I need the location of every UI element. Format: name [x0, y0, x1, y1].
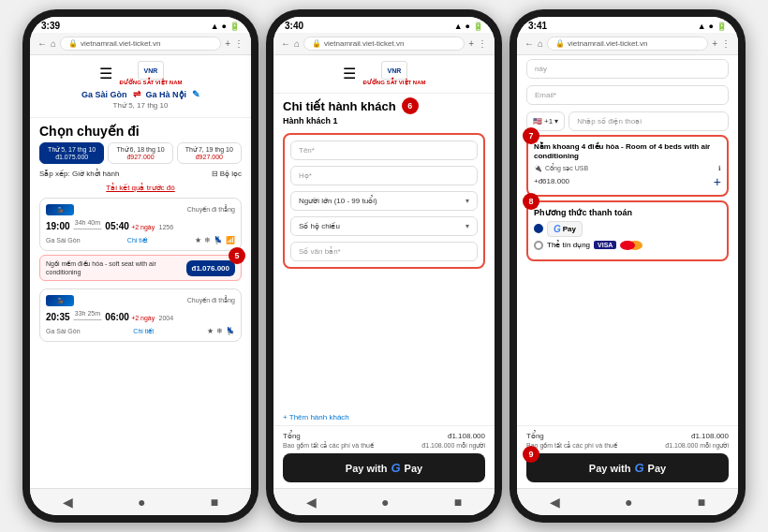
- room-card-wrapper: 7 Nằm khoang 4 điều hòa - Room of 4 beds…: [526, 135, 729, 197]
- credit-label: Thẻ tín dụng: [547, 241, 590, 249]
- date-tab-1[interactable]: Thứ 6, 18 thg 10 đ927.000: [108, 142, 172, 164]
- train-dep-1: 20:35: [46, 312, 70, 322]
- time-2: 3:40: [285, 21, 303, 31]
- select-taikhoan[interactable]: Số hộ chiếu ▾: [290, 216, 478, 236]
- train-route-1: 20:35 33h 25m ────── 06:00 +2 ngày 2004: [46, 310, 235, 323]
- form-group-taikhoan: Số hộ chiếu ▾: [290, 216, 478, 236]
- url-box-3[interactable]: 🔒 vietnamrail.viet-ticket.vn: [547, 37, 708, 51]
- pay-label-3: Pay with: [589, 463, 631, 474]
- nav-square-3[interactable]: ■: [698, 495, 705, 510]
- train-duration-0: 34h 40m ──────: [74, 219, 102, 232]
- total-label-2: Tổng: [283, 432, 301, 440]
- seat-icon: 💺: [214, 236, 223, 244]
- train-duration-1: 33h 25m ──────: [74, 310, 102, 323]
- details-link-1[interactable]: Chi tiết: [133, 328, 154, 335]
- vnr-subtitle: ĐƯỜNG SẮT VIỆT NAM: [120, 80, 183, 85]
- details-link-0[interactable]: Chi tiết: [127, 237, 148, 244]
- input-nay[interactable]: này: [526, 59, 729, 79]
- tab-plus-3[interactable]: +: [712, 38, 717, 49]
- tab-0-label: Thứ 5, 17 thg 10: [42, 146, 101, 154]
- date-tab-0[interactable]: Thứ 5, 17 thg 10 đ1.075.000: [39, 142, 104, 164]
- back-icon[interactable]: ←: [37, 38, 47, 49]
- train-card-0: 🚂 Chuyến đi thẳng 19:00 34h 40m ────── 0…: [39, 198, 242, 251]
- room-price-row: +đ618.000 +: [534, 174, 721, 189]
- train-header-0: 🚂 Chuyến đi thẳng: [46, 204, 235, 215]
- tab-plus-1[interactable]: +: [225, 38, 230, 49]
- room-more-btn[interactable]: +: [714, 174, 721, 189]
- nav-home-3[interactable]: ●: [625, 495, 632, 510]
- browser-bar-3: ← ⌂ 🔒 vietnamrail.viet-ticket.vn + ⋮: [517, 33, 738, 55]
- home-icon-2[interactable]: ⌂: [294, 38, 300, 49]
- gpay-badge: G Pay: [547, 221, 583, 237]
- route-row: Ga Sài Gòn ⇌ Ga Hà Nội ✎: [39, 89, 242, 99]
- status-bar-3: 3:41 ▲ ● 🔋: [517, 17, 738, 33]
- ac-icon: ❄: [204, 236, 211, 244]
- url-box-2[interactable]: 🔒 vietnamrail.viet-ticket.vn: [303, 37, 465, 51]
- back-icon-3[interactable]: ←: [524, 38, 534, 49]
- phone-3: 3:41 ▲ ● 🔋 ← ⌂ 🔒 vietnamrail.viet-ticket…: [510, 9, 746, 523]
- form-group-name: Tên*: [290, 140, 478, 160]
- payment-option-gpay[interactable]: G Pay: [534, 221, 721, 237]
- route-arrow-icon: ⇌: [133, 89, 140, 99]
- total-sub-3: Bao gồm tất cả các phí và thuế đ1.108.00…: [526, 442, 729, 450]
- train-icons-0: ★ ❄ 💺 📶: [195, 236, 235, 244]
- hamburger-icon-2[interactable]: ☰: [343, 65, 356, 82]
- url-text-2: vietnamrail.viet-ticket.vn: [324, 39, 404, 48]
- home-icon[interactable]: ⌂: [51, 38, 56, 49]
- menu-icon-3[interactable]: ⋮: [721, 38, 731, 49]
- nav-bar-1: ◀ ● ■: [30, 488, 251, 515]
- payment-option-credit[interactable]: Thẻ tín dụng VISA: [534, 241, 721, 250]
- result-link[interactable]: Tải kết quả trước đó: [30, 182, 251, 194]
- total-row-3: Tổng đ1.108.000: [526, 432, 729, 440]
- date-tab-2[interactable]: Thứ 7, 19 thg 10 đ927.000: [177, 142, 242, 164]
- nav-bar-2: ◀ ● ■: [273, 488, 495, 515]
- phone-1: 3:39 ▲ ● 🔋 ← ⌂ 🔒 vietnamrail.viet-ticket…: [22, 9, 258, 523]
- menu-icon-2[interactable]: ⋮: [478, 38, 487, 49]
- input-vanban[interactable]: Số văn bản*: [290, 242, 478, 261]
- back-icon-2[interactable]: ←: [281, 38, 290, 49]
- bottom-bar-2: Tổng đ1.108.000 Bao gồm tất cả các phí v…: [273, 425, 495, 488]
- select-loai[interactable]: Người lớn (10 - 99 tuổi) ▾: [290, 191, 478, 211]
- url-box-1[interactable]: 🔒 vietnamrail.viet-ticket.vn: [60, 37, 221, 51]
- nav-back-2[interactable]: ◀: [306, 495, 317, 510]
- nav-back-3[interactable]: ◀: [550, 495, 560, 510]
- input-email[interactable]: Email*: [526, 85, 729, 105]
- visa-icon: VISA: [594, 241, 616, 249]
- nav-home-1[interactable]: ●: [138, 495, 145, 510]
- passenger-label: Hành khách 1: [273, 116, 495, 129]
- add-passenger-btn[interactable]: + Thêm hành khách: [273, 409, 495, 425]
- tab-plus-2[interactable]: +: [468, 38, 474, 49]
- phone-1-screen: 3:39 ▲ ● 🔋 ← ⌂ 🔒 vietnamrail.viet-ticket…: [30, 17, 251, 515]
- nav-square-2[interactable]: ■: [454, 495, 462, 510]
- nav-square-1[interactable]: ■: [211, 495, 218, 510]
- radio-credit: [534, 241, 543, 250]
- url-text-3: vietnamrail.viet-ticket.vn: [568, 39, 647, 48]
- country-code-text: +1: [544, 117, 553, 126]
- train-dep-station-0: Ga Sài Gòn: [46, 237, 81, 244]
- input-phone[interactable]: Nhập số điện thoại: [569, 111, 729, 131]
- input-ten[interactable]: Tên*: [290, 140, 478, 160]
- input-ho[interactable]: Họ*: [290, 166, 478, 185]
- sort-filter-row: Sắp xếp: Giờ khởi hành ⊟ Bộ lọc: [30, 170, 251, 182]
- sort-label[interactable]: Sắp xếp: Giờ khởi hành: [39, 170, 119, 178]
- s2-header: ☰ VNR ĐƯỜNG SẮT VIỆT NAM: [273, 55, 495, 94]
- wifi-icon-2: ●: [465, 22, 470, 31]
- secure-icon: 🔒: [68, 39, 78, 48]
- train-arr-1: 06:00: [105, 312, 129, 322]
- hamburger-icon[interactable]: ☰: [99, 65, 112, 82]
- status-icons-3: ▲ ● 🔋: [698, 22, 727, 31]
- nav-home-2[interactable]: ●: [381, 495, 389, 510]
- badge-7: 7: [523, 127, 539, 144]
- home-icon-3[interactable]: ⌂: [538, 38, 543, 49]
- pay-button-2[interactable]: Pay with G Pay: [283, 453, 485, 482]
- pay-button-3[interactable]: Pay with G Pay: [526, 453, 729, 482]
- seat-option[interactable]: Ngồi mềm điều hòa - soft seat with air c…: [39, 255, 242, 281]
- signal-icon-3: ▲: [698, 22, 706, 31]
- phone-3-screen: 3:41 ▲ ● 🔋 ← ⌂ 🔒 vietnamrail.viet-ticket…: [517, 17, 738, 515]
- edit-icon[interactable]: ✎: [192, 89, 199, 99]
- room-info-icon[interactable]: ℹ: [718, 165, 721, 172]
- filter-btn[interactable]: ⊟ Bộ lọc: [212, 170, 242, 178]
- s2-title-row: Chi tiết hành khách 6: [273, 94, 495, 116]
- menu-icon-1[interactable]: ⋮: [234, 38, 244, 49]
- nav-back-1[interactable]: ◀: [63, 495, 73, 510]
